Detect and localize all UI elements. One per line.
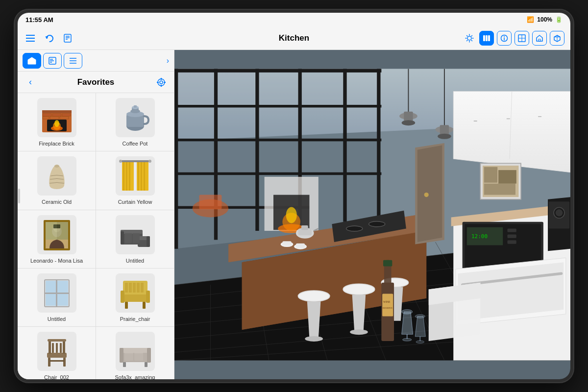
floorplan-button[interactable] (514, 31, 529, 46)
svg-rect-100 (121, 291, 124, 303)
svg-rect-17 (483, 35, 485, 41)
svg-marker-246 (402, 312, 413, 334)
svg-rect-109 (63, 340, 65, 354)
svg-point-192 (346, 226, 363, 231)
item-thumbnail (37, 215, 76, 254)
svg-rect-166 (218, 141, 254, 172)
list-item[interactable]: Fireplace Brick (18, 93, 96, 151)
undo-button[interactable] (42, 31, 56, 45)
svg-rect-245 (383, 260, 392, 267)
item-label: Sofa3x_amazing (115, 374, 155, 379)
favorites-settings-button[interactable] (154, 75, 168, 89)
svg-rect-68 (138, 161, 139, 191)
list-item[interactable]: Prairie_chair (96, 269, 174, 326)
svg-line-15 (467, 40, 468, 41)
svg-rect-214 (474, 121, 477, 122)
svg-point-205 (343, 284, 374, 294)
menu-button[interactable] (24, 31, 37, 45)
svg-rect-46 (62, 114, 71, 116)
item-thumbnail (116, 156, 155, 196)
sidebar-header: ‹ Favorites (18, 72, 174, 93)
toolbar-right (387, 31, 564, 46)
svg-rect-65 (126, 161, 127, 191)
svg-rect-157 (178, 73, 213, 104)
svg-rect-93 (57, 294, 68, 306)
svg-rect-121 (124, 352, 133, 361)
item-thumbnail (37, 332, 76, 371)
svg-rect-104 (133, 283, 136, 293)
svg-rect-85 (121, 231, 124, 245)
item-label: Untitled (126, 257, 144, 264)
list-item[interactable]: Ceramic Old (18, 151, 96, 209)
document-title: Kitchen (205, 33, 383, 43)
list-item[interactable]: Coffee Pot (96, 93, 174, 151)
main-content: › ‹ Favorites (18, 50, 570, 379)
svg-rect-49 (60, 117, 69, 119)
svg-line-14 (471, 40, 472, 41)
svg-marker-210 (453, 91, 570, 172)
svg-rect-160 (302, 73, 343, 104)
svg-rect-212 (507, 119, 510, 120)
item-label: Untitled (48, 316, 66, 322)
list-item[interactable]: Sofa3x_amazing (96, 327, 174, 379)
tab-draw[interactable] (43, 53, 62, 69)
item-label: Ceramic Old (42, 198, 72, 205)
svg-point-36 (160, 81, 163, 84)
svg-marker-203 (307, 301, 321, 339)
svg-rect-110 (48, 339, 66, 342)
svg-point-62 (54, 165, 59, 168)
item-label: Chair_002 (44, 374, 69, 379)
svg-rect-169 (218, 175, 254, 205)
svg-rect-44 (43, 114, 51, 116)
svg-rect-71 (121, 160, 150, 162)
svg-rect-95 (56, 280, 57, 307)
tab-list[interactable] (64, 53, 82, 69)
svg-rect-43 (42, 110, 72, 113)
list-item[interactable]: Chair_002 (18, 327, 96, 379)
light-button[interactable] (463, 31, 476, 45)
svg-rect-102 (125, 283, 128, 293)
3d-viewport[interactable]: 12:00 (174, 50, 570, 379)
svg-rect-114 (48, 358, 50, 367)
svg-rect-105 (137, 283, 140, 293)
svg-rect-124 (134, 349, 143, 353)
svg-rect-101 (146, 291, 150, 303)
list-item[interactable]: Leonardo - Mona Lisa (18, 210, 96, 268)
item-thumbnail (116, 332, 155, 371)
list-item[interactable]: Untitled (96, 210, 174, 268)
svg-rect-152 (174, 69, 381, 73)
svg-rect-86 (147, 236, 150, 247)
list-item[interactable]: Curtain Yellow (96, 151, 174, 209)
svg-rect-98 (125, 302, 128, 309)
list-item[interactable]: Untitled (18, 269, 96, 326)
svg-rect-70 (144, 161, 145, 191)
back-button[interactable]: ‹ (24, 75, 37, 89)
svg-point-202 (298, 291, 330, 301)
info-button[interactable] (497, 31, 512, 46)
svg-rect-120 (147, 348, 151, 363)
item-label: Prairie_chair (120, 316, 150, 322)
svg-rect-151 (377, 69, 380, 218)
svg-rect-19 (488, 35, 490, 41)
svg-rect-112 (56, 343, 58, 353)
svg-rect-234 (498, 170, 516, 184)
svg-rect-146 (174, 69, 178, 249)
document-button[interactable] (61, 31, 74, 45)
tab-floor-plan[interactable] (23, 53, 41, 69)
sidebar-expand-button[interactable]: › (167, 56, 169, 65)
svg-rect-213 (538, 116, 541, 117)
home-view-button[interactable] (532, 31, 547, 46)
item-label: Fireplace Brick (39, 140, 74, 147)
svg-point-177 (286, 207, 297, 223)
svg-rect-167 (259, 141, 297, 172)
svg-rect-153 (174, 105, 381, 108)
svg-rect-154 (174, 139, 381, 142)
svg-rect-108 (49, 340, 51, 354)
svg-rect-235 (484, 184, 515, 195)
cube-view-button[interactable] (550, 31, 564, 46)
sidebar-title: Favorites (41, 77, 150, 87)
tablet-device: 11:55 AM 📶 100% 🔋 (15, 10, 573, 382)
library-button[interactable] (479, 31, 494, 46)
svg-rect-125 (123, 362, 126, 367)
title-text: Kitchen (279, 33, 309, 43)
